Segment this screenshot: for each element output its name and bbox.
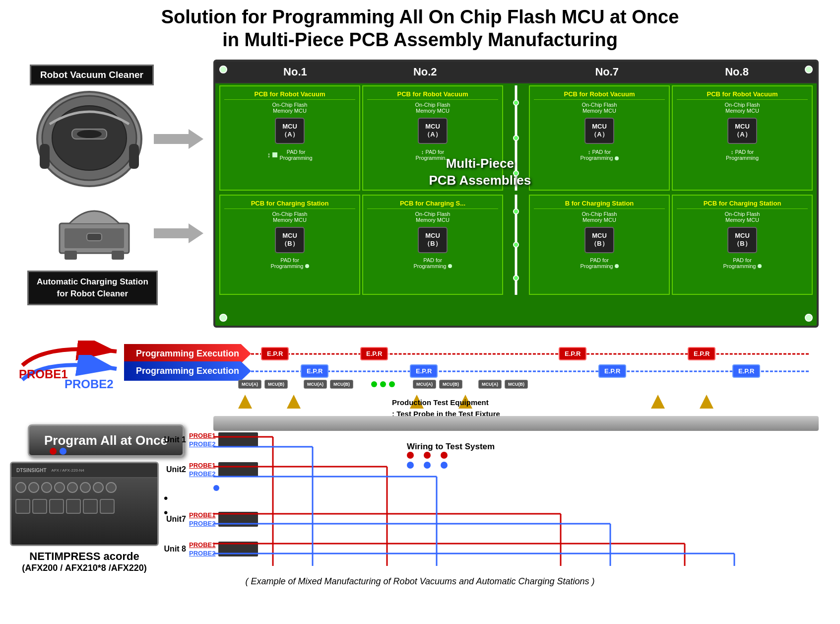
mcu-label-b1: MCU(B) [264, 380, 288, 389]
mcu-label-a4: MCU(A) [478, 380, 502, 389]
pcb-divider-top [505, 85, 527, 191]
probe-arrow-5 [651, 395, 665, 409]
epr-r1-4: E.P.R [688, 347, 715, 360]
mcu-label-b2: MCU(B) [330, 380, 353, 389]
probe1-label: PROBE1 [19, 367, 68, 381]
col-header-7: No.7 [542, 66, 672, 78]
mcu-r2c2: MCU（B） [418, 227, 447, 253]
unit1-wire-bar [218, 432, 258, 447]
robot-arrow-svg [154, 127, 203, 151]
title-line1: Solution for Programming All On Chip Fla… [0, 5, 840, 29]
charging-label-box: Automatic Charging Stationfor Robot Clea… [27, 271, 158, 305]
red-dashed-line [251, 353, 809, 354]
probe-arrow-6 [700, 395, 713, 409]
cell-r1c2-title: PCB for Robot Vacuum [367, 90, 498, 100]
corner-dot-bl [219, 314, 227, 322]
pad-r1c2: ↕ PAD forProgrammin... [367, 149, 498, 161]
title-line2: in Multi-Piece PCB Assembly Manufacturin… [0, 29, 840, 51]
unit8-label: Unit 8 [159, 545, 186, 554]
divider-circle-1 [513, 100, 519, 106]
unit2-wire-bar [218, 462, 258, 477]
unit8-probe1: PROBE1 [189, 541, 215, 549]
mcu-r2c1: MCU（B） [275, 227, 304, 253]
wiring-dots-blue [407, 462, 448, 469]
mcu-labels-row: MCU(A) MCU(B) MCU(A) MCU(B) MCU(A) MCU(B… [238, 380, 528, 389]
pcb-col-headers: No.1 No.2 No.7 No.8 [215, 62, 817, 83]
probe2-label: PROBE2 [65, 377, 114, 391]
pcb-cell-r1c3: PCB for Robot Vacuum On-Chip FlashMemory… [529, 85, 670, 191]
mcu-r1c1: MCU（A） [275, 118, 304, 144]
unit7-row: Unit7 PROBE1 PROBE2 [159, 511, 258, 527]
pcb-cell-r1c1: PCB for Robot Vacuum On-Chip FlashMemory… [219, 85, 360, 191]
pad-r1c1: ↕ PAD forProgramming [224, 149, 355, 161]
pcb-cell-r2c3: B for Charging Station On-Chip FlashMemo… [529, 195, 670, 295]
corner-dot-br [805, 314, 813, 322]
pcb-cell-r1c4: PCB for Robot Vacuum On-Chip FlashMemory… [672, 85, 813, 191]
prog-label-red: Programming Execution [124, 344, 251, 363]
page-title: Solution for Programming All On Chip Fla… [0, 5, 840, 51]
pad-r1c4: ↕ PAD forProgramming [677, 149, 808, 161]
divider-circle-2 [513, 135, 519, 141]
bottom-text: ( Example of Mixed Manufacturing of Robo… [0, 576, 840, 587]
cell-r1c2-sub: On-Chip FlashMemory MCU [367, 102, 498, 114]
charging-label: Automatic Charging Stationfor Robot Clea… [27, 271, 158, 305]
unit8-wire-bar [218, 542, 258, 556]
device-sublabel: (AFX200 / AFX210*8 /AFX220) [10, 563, 159, 573]
col-header-1: No.1 [230, 66, 360, 78]
red-indicator-dot [50, 448, 57, 455]
pcb-cell-r2c2: PCB for Charging S... On-Chip FlashMemor… [362, 195, 503, 295]
mcu-label-a2: MCU(A) [304, 380, 327, 389]
blue-dashed-line [251, 370, 809, 372]
svg-rect-11 [65, 251, 77, 260]
epr-r1-2: E.P.R [360, 347, 388, 360]
device-label: NETIMPRESS acorde [10, 550, 159, 563]
svg-point-4 [77, 130, 102, 138]
pad-arrows: ↕ [267, 151, 270, 159]
pad-r1c3: ↕ PAD forProgramming [534, 149, 665, 161]
corner-dot-tl [219, 66, 227, 73]
robot-vacuum-label-box: Robot Vacuum Cleaner [30, 65, 154, 85]
unit7-wire-bar [218, 512, 258, 527]
unit1-row: Unit 1 PROBE1 PROBE2 [159, 432, 258, 448]
divider-circle-3 [513, 170, 519, 176]
unit7-probe2: PROBE2 [189, 520, 215, 527]
blue-indicator-dot [60, 448, 66, 455]
wiring-svg [213, 427, 819, 576]
mcu-r1c3: MCU（A） [584, 118, 614, 144]
pcb-cell-r2c1: PCB for Charging Station On-Chip FlashMe… [219, 195, 360, 295]
blue-dot-unit2 [213, 485, 219, 491]
cell-r1c4-sub: On-Chip FlashMemory MCU [677, 102, 808, 114]
cell-r1c4-title: PCB for Robot Vacuum [677, 90, 808, 100]
mcu-r2c4: MCU（B） [727, 227, 757, 253]
svg-rect-6 [129, 144, 139, 169]
mcu-label-a1: MCU(A) [238, 380, 261, 389]
cell-r1c1-sub: On-Chip FlashMemory MCU [224, 102, 355, 114]
robot-vacuum-svg [30, 84, 149, 189]
probe-arrow-2 [287, 395, 301, 409]
robot-vacuum-image [30, 84, 149, 191]
unit2-probe2: PROBE2 [189, 470, 215, 478]
epr-r1-3: E.P.R [559, 347, 586, 360]
prog-exec-row-2: Programming Execution E.P.R E.P.R E.P.R … [124, 361, 809, 381]
mcu-r2c3: MCU（B） [584, 227, 614, 253]
robot-vacuum-label: Robot Vacuum Cleaner [30, 65, 154, 85]
svg-rect-12 [112, 251, 124, 260]
charging-station-image [45, 194, 144, 265]
svg-rect-10 [87, 233, 102, 241]
col-header-8: No.8 [672, 66, 802, 78]
cell-r2c4-title: PCB for Charging Station [677, 200, 808, 209]
prog-label-blue: Programming Execution [124, 361, 251, 381]
unit2-probe1: PROBE1 [189, 462, 215, 469]
cell-r2c3-title: B for Charging Station [534, 200, 665, 209]
mcu-label-b4: MCU(B) [505, 380, 528, 389]
unit2-label: Unit2 [159, 465, 186, 474]
unit8-probe2: PROBE2 [189, 550, 215, 557]
epr-r2-4: E.P.R [732, 364, 760, 378]
page-container: Solution for Programming All On Chip Fla… [0, 0, 840, 596]
cell-r1c3-title: PCB for Robot Vacuum [534, 90, 665, 100]
unit8-row: Unit 8 PROBE1 PROBE2 [159, 541, 258, 557]
charging-arrow-svg [154, 221, 203, 246]
svg-marker-7 [154, 129, 203, 149]
mcu-r1c4: MCU（A） [727, 118, 757, 144]
charging-svg [45, 194, 144, 263]
